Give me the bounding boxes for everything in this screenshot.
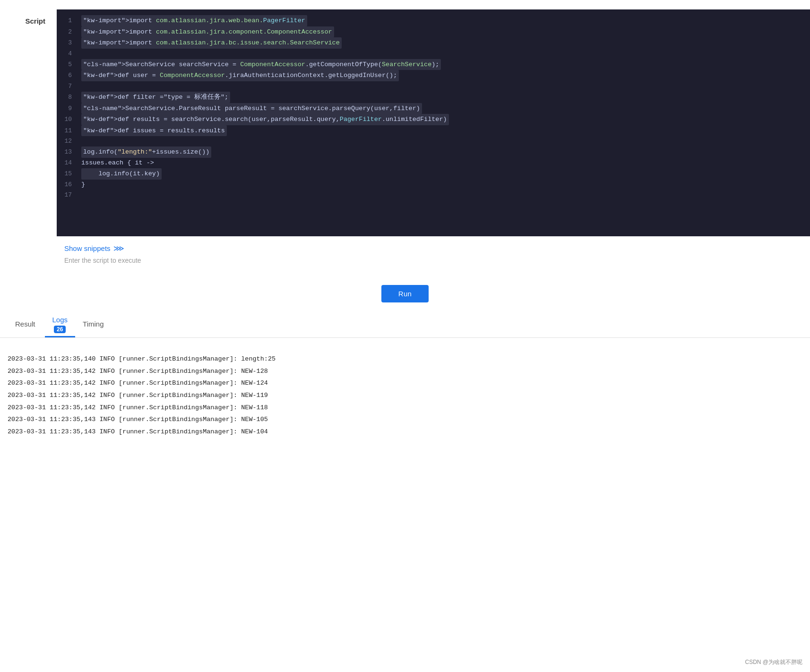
show-snippets-label: Show snippets xyxy=(64,244,111,252)
tab-label: Logs xyxy=(52,316,68,324)
log-entry: 2023-03-31 11:23:35,143 INFO [runner.Scr… xyxy=(8,426,802,438)
tab-timing[interactable]: Timing xyxy=(75,315,111,334)
line-content xyxy=(81,136,85,146)
run-button[interactable]: Run xyxy=(381,285,429,302)
tab-logs[interactable]: Logs26 xyxy=(45,312,76,337)
code-line: 13log.info("length:"+issues.size()) xyxy=(57,146,810,158)
line-number: 3 xyxy=(64,38,81,48)
code-line: 1"kw-import">import com.atlassian.jira.w… xyxy=(57,15,810,26)
line-number: 10 xyxy=(64,115,81,125)
code-line: 9"cls-name">SearchService.ParseResult pa… xyxy=(57,103,810,114)
line-number: 17 xyxy=(64,190,81,200)
line-content: "cls-name">SearchService.ParseResult par… xyxy=(81,103,422,114)
line-number: 4 xyxy=(64,49,81,59)
line-number: 9 xyxy=(64,104,81,114)
line-number: 6 xyxy=(64,71,81,81)
line-content: "cls-name">SearchService searchService =… xyxy=(81,59,441,70)
script-section: Script 1"kw-import">import com.atlassian… xyxy=(0,9,810,236)
line-content: "kw-def">def results = searchService.sea… xyxy=(81,114,449,125)
code-editor[interactable]: 1"kw-import">import com.atlassian.jira.w… xyxy=(57,9,810,206)
line-number: 12 xyxy=(64,137,81,146)
line-number: 14 xyxy=(64,158,81,168)
line-content: "kw-def">def issues = results.results xyxy=(81,125,227,137)
code-line: 8"kw-def">def filter ="type = 标准任务"; xyxy=(57,92,810,103)
code-line: 2"kw-import">import com.atlassian.jira.c… xyxy=(57,26,810,38)
log-entry: 2023-03-31 11:23:35,142 INFO [runner.Scr… xyxy=(8,365,802,378)
code-line: 5"cls-name">SearchService searchService … xyxy=(57,59,810,70)
log-entry: 2023-03-31 11:23:35,142 INFO [runner.Scr… xyxy=(8,377,802,389)
chevron-down-icon: ⋙ xyxy=(113,244,124,253)
log-entry: 2023-03-31 11:23:35,140 INFO [runner.Scr… xyxy=(8,353,802,365)
line-number: 7 xyxy=(64,82,81,92)
line-number: 16 xyxy=(64,180,81,190)
code-line: 16} xyxy=(57,180,810,190)
page-container: Script 1"kw-import">import com.atlassian… xyxy=(0,0,810,451)
code-editor-wrapper: 1"kw-import">import com.atlassian.jira.w… xyxy=(57,9,810,236)
log-entry: 2023-03-31 11:23:35,142 INFO [runner.Scr… xyxy=(8,402,802,414)
line-number: 11 xyxy=(64,126,81,136)
tab-badge: 26 xyxy=(54,326,66,333)
line-number: 15 xyxy=(64,169,81,179)
code-line: 4 xyxy=(57,49,810,59)
code-line: 11"kw-def">def issues = results.results xyxy=(57,125,810,137)
code-line: 12 xyxy=(57,136,810,146)
logs-content: 2023-03-31 11:23:35,140 INFO [runner.Scr… xyxy=(0,349,810,441)
line-content xyxy=(81,190,85,200)
line-number: 2 xyxy=(64,27,81,37)
line-content: log.info("length:"+issues.size()) xyxy=(81,146,211,158)
line-number: 13 xyxy=(64,147,81,157)
log-entry: 2023-03-31 11:23:35,142 INFO [runner.Scr… xyxy=(8,389,802,402)
line-content: } xyxy=(81,180,85,190)
line-content xyxy=(81,81,85,92)
line-content: log.info(it.key) xyxy=(81,168,162,180)
tab-result[interactable]: Result xyxy=(8,315,43,334)
line-content xyxy=(81,49,85,59)
code-line: 14issues.each { it -> xyxy=(57,158,810,168)
line-number: 1 xyxy=(64,16,81,26)
line-content: "kw-def">def filter ="type = 标准任务"; xyxy=(81,92,230,103)
run-section: Run xyxy=(0,285,810,302)
line-content: "kw-def">def user = ComponentAccessor.ji… xyxy=(81,70,399,81)
code-line: 6"kw-def">def user = ComponentAccessor.j… xyxy=(57,70,810,81)
snippets-area: Show snippets ⋙ Enter the script to exec… xyxy=(57,236,810,276)
line-content: "kw-import">import com.atlassian.jira.we… xyxy=(81,15,307,26)
line-content: "kw-import">import com.atlassian.jira.co… xyxy=(81,26,334,38)
code-line: 15 log.info(it.key) xyxy=(57,168,810,180)
code-line: 3"kw-import">import com.atlassian.jira.b… xyxy=(57,37,810,49)
line-content: "kw-import">import com.atlassian.jira.bc… xyxy=(81,37,342,49)
log-entry: 2023-03-31 11:23:35,143 INFO [runner.Scr… xyxy=(8,414,802,426)
tabs-row: ResultLogs26Timing xyxy=(8,312,802,337)
code-line: 7 xyxy=(57,81,810,92)
script-hint: Enter the script to execute xyxy=(64,257,802,264)
code-line: 17 xyxy=(57,190,810,200)
line-number: 8 xyxy=(64,93,81,103)
line-number: 5 xyxy=(64,60,81,70)
code-line: 10"kw-def">def results = searchService.s… xyxy=(57,114,810,125)
line-content: issues.each { it -> xyxy=(81,158,154,168)
script-label: Script xyxy=(0,9,57,33)
show-snippets-button[interactable]: Show snippets ⋙ xyxy=(64,244,124,253)
tabs-section: ResultLogs26Timing xyxy=(0,312,810,338)
